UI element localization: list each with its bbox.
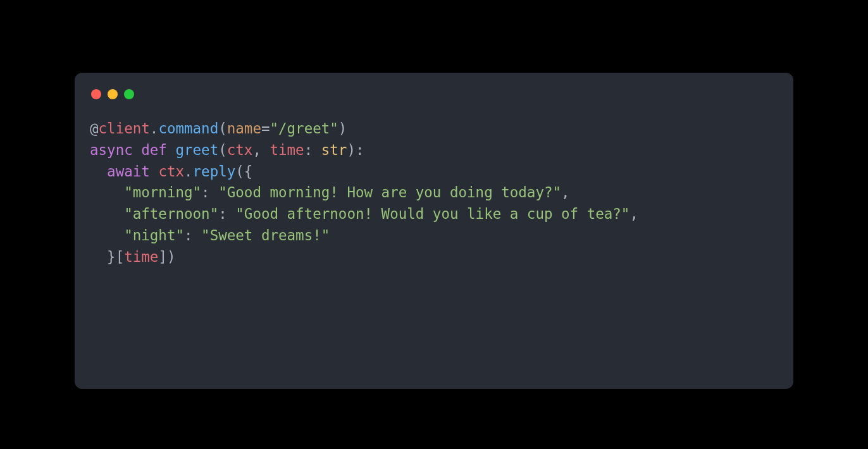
type-str: str — [321, 142, 347, 158]
kw-async: async — [90, 142, 133, 158]
indent — [90, 227, 124, 243]
indent — [90, 249, 107, 265]
indent — [90, 206, 124, 222]
fn-greet: greet — [175, 142, 218, 158]
lparen: ( — [218, 120, 227, 137]
indent — [90, 163, 107, 180]
lbrace: { — [244, 163, 253, 180]
rparen: ) — [167, 249, 176, 265]
minimize-icon[interactable] — [108, 89, 118, 99]
rbrace: } — [107, 249, 116, 265]
param-time: time — [270, 142, 304, 158]
indent — [90, 184, 124, 200]
equals: = — [261, 120, 270, 137]
decorator-at: @ — [90, 120, 99, 137]
colon: : — [201, 184, 218, 200]
key-morning: "morning" — [124, 184, 201, 200]
colon: : — [356, 142, 364, 158]
lparen: ( — [235, 163, 244, 180]
dot: . — [184, 163, 193, 180]
decorator-command: command — [158, 120, 218, 137]
rbracket: ] — [158, 249, 167, 265]
kw-def: def — [141, 142, 167, 158]
space — [167, 142, 176, 158]
lbracket: [ — [116, 249, 125, 265]
comma: , — [561, 184, 570, 200]
comma: , — [629, 206, 638, 222]
var-ctx: ctx — [158, 163, 184, 180]
rparen: ) — [347, 142, 356, 158]
command-string: "/greet" — [270, 120, 338, 137]
key-night: "night" — [124, 227, 184, 243]
space — [150, 163, 159, 180]
close-icon[interactable] — [91, 89, 101, 99]
space — [133, 142, 142, 158]
method-reply: reply — [193, 163, 236, 180]
zoom-icon[interactable] — [124, 89, 134, 99]
val-afternoon: "Good afternoon! Would you like a cup of… — [235, 206, 629, 222]
colon: : — [184, 227, 201, 243]
dot: . — [150, 120, 159, 137]
code-block: @client.command(name="/greet") async def… — [90, 118, 778, 268]
param-ctx: ctx — [227, 142, 253, 158]
code-window: @client.command(name="/greet") async def… — [75, 73, 793, 389]
lparen: ( — [218, 142, 227, 158]
kwarg-name: name — [227, 120, 261, 137]
decorator-client: client — [99, 120, 150, 137]
kw-await: await — [107, 163, 150, 180]
val-night: "Sweet dreams!" — [201, 227, 330, 243]
val-morning: "Good morning! How are you doing today?" — [218, 184, 561, 200]
index-time: time — [124, 249, 158, 265]
colon: : — [218, 206, 235, 222]
comma: , — [252, 142, 270, 158]
rparen: ) — [338, 120, 347, 137]
window-controls — [90, 85, 778, 102]
colon: : — [304, 142, 321, 158]
key-afternoon: "afternoon" — [124, 206, 218, 222]
